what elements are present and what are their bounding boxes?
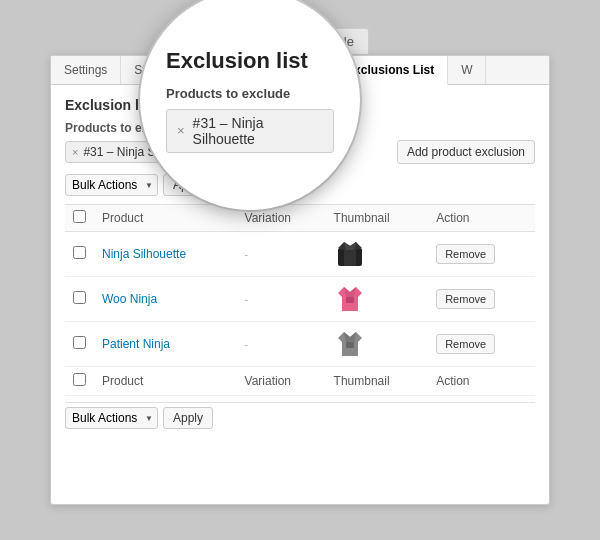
tfoot-thumbnail: Thumbnail [326, 367, 429, 396]
add-product-exclusion-button[interactable]: Add product exclusion [397, 140, 535, 164]
bulk-actions-dropdown-wrapper-bottom: Bulk Actions [65, 407, 158, 429]
tag-remove-icon[interactable]: × [72, 146, 78, 158]
variation-value-0: - [245, 248, 249, 260]
magnifier-tag-text: #31 – Ninja Silhouette [193, 115, 323, 147]
row-checkbox-0[interactable] [73, 246, 86, 259]
th-checkbox [65, 205, 94, 232]
row-thumbnail [326, 232, 429, 277]
row-variation: - [237, 277, 326, 322]
thumbnail-icon-1 [334, 283, 366, 315]
thumbnail-icon-2 [334, 328, 366, 360]
th-thumbnail: Thumbnail [326, 205, 429, 232]
bulk-actions-dropdown-wrapper: Bulk Actions [65, 174, 158, 196]
row-product-name: Woo Ninja [94, 277, 237, 322]
svg-rect-5 [346, 297, 354, 303]
row-product-name: Patient Ninja [94, 322, 237, 367]
row-action: Remove [428, 322, 535, 367]
row-action: Remove [428, 232, 535, 277]
th-product: Product [94, 205, 237, 232]
tab-w[interactable]: W [448, 56, 486, 84]
select-all-checkbox[interactable] [73, 210, 86, 223]
product-link-0[interactable]: Ninja Silhouette [102, 247, 186, 261]
row-variation: - [237, 322, 326, 367]
tfoot-checkbox-cell [65, 367, 94, 396]
magnifier-tag: × #31 – Ninja Silhouette [166, 109, 334, 153]
variation-value-1: - [245, 293, 249, 305]
apply-button-bottom[interactable]: Apply [163, 407, 213, 429]
product-link-2[interactable]: Patient Ninja [102, 337, 170, 351]
row-thumbnail [326, 277, 429, 322]
table-row: Woo Ninja - Remove [65, 277, 535, 322]
row-checkbox-cell [65, 322, 94, 367]
svg-marker-2 [344, 242, 356, 250]
select-all-checkbox-bottom[interactable] [73, 373, 86, 386]
tfoot-action: Action [428, 367, 535, 396]
magnifier-tag-x-icon[interactable]: × [177, 123, 185, 138]
bulk-actions-select-bottom[interactable]: Bulk Actions [65, 407, 158, 429]
tab-settings[interactable]: Settings [51, 56, 121, 84]
magnifier-label: Products to exclude [166, 86, 290, 101]
product-link-1[interactable]: Woo Ninja [102, 292, 157, 306]
remove-button-0[interactable]: Remove [436, 244, 495, 264]
row-checkbox-1[interactable] [73, 291, 86, 304]
tfoot-product: Product [94, 367, 237, 396]
remove-button-2[interactable]: Remove [436, 334, 495, 354]
table-row: Ninja Silhouette - Remove [65, 232, 535, 277]
row-checkbox-cell [65, 232, 94, 277]
tfoot-variation: Variation [237, 367, 326, 396]
magnifier-overlay: Exclusion list Products to exclude × #31… [140, 0, 360, 210]
row-checkbox-cell [65, 277, 94, 322]
table-row: Patient Ninja - Remove [65, 322, 535, 367]
svg-marker-7 [344, 332, 356, 342]
products-table: Product Variation Thumbnail Action Ninja… [65, 204, 535, 396]
remove-button-1[interactable]: Remove [436, 289, 495, 309]
svg-marker-4 [344, 287, 356, 297]
row-product-name: Ninja Silhouette [94, 232, 237, 277]
row-variation: - [237, 232, 326, 277]
row-thumbnail [326, 322, 429, 367]
thumbnail-icon-0 [334, 238, 366, 270]
variation-value-2: - [245, 338, 249, 350]
svg-rect-8 [346, 342, 354, 348]
bulk-actions-bottom-row: Bulk Actions Apply [65, 402, 535, 429]
row-action: Remove [428, 277, 535, 322]
bulk-actions-select[interactable]: Bulk Actions [65, 174, 158, 196]
th-action: Action [428, 205, 535, 232]
magnifier-title: Exclusion list [166, 48, 308, 74]
row-checkbox-2[interactable] [73, 336, 86, 349]
